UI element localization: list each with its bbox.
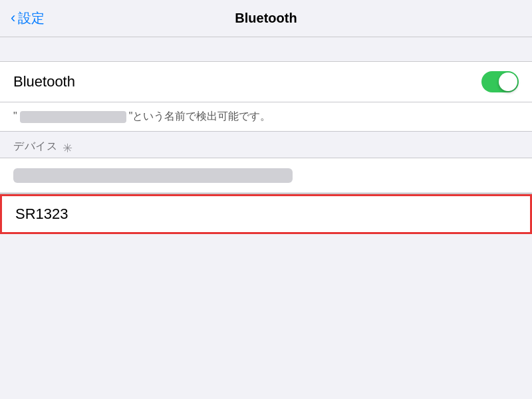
notice-text: ""という名前で検出可能です。	[13, 110, 271, 124]
back-label: 設定	[18, 9, 45, 27]
device-name-blurred	[20, 111, 126, 123]
bluetooth-label: Bluetooth	[13, 73, 75, 90]
list-item[interactable]	[0, 158, 532, 193]
loading-spinner-icon: ✳	[63, 141, 74, 153]
top-spacer	[0, 37, 532, 61]
devices-section-header: デバイス ✳	[0, 132, 532, 158]
bluetooth-row: Bluetooth	[0, 62, 532, 102]
navigation-bar: ‹ 設定 Bluetooth	[0, 0, 532, 37]
devices-label: デバイス	[13, 140, 57, 154]
bluetooth-toggle-section: Bluetooth	[0, 61, 532, 102]
devices-section	[0, 158, 532, 194]
sr1323-highlight-wrapper: SR1323	[0, 194, 532, 234]
chevron-left-icon: ‹	[11, 11, 15, 25]
notice-quote-open: "	[13, 110, 17, 122]
blurred-device-name	[13, 168, 293, 183]
detection-notice-row: ""という名前で検出可能です。	[0, 102, 532, 132]
bluetooth-toggle[interactable]	[481, 71, 519, 92]
toggle-knob	[499, 72, 517, 91]
back-button[interactable]: ‹ 設定	[11, 9, 45, 27]
list-item[interactable]: SR1323	[2, 196, 530, 232]
notice-suffix: "という名前で検出可能です。	[129, 110, 271, 122]
device-name-sr1323: SR1323	[15, 205, 68, 223]
page-title: Bluetooth	[235, 11, 297, 26]
